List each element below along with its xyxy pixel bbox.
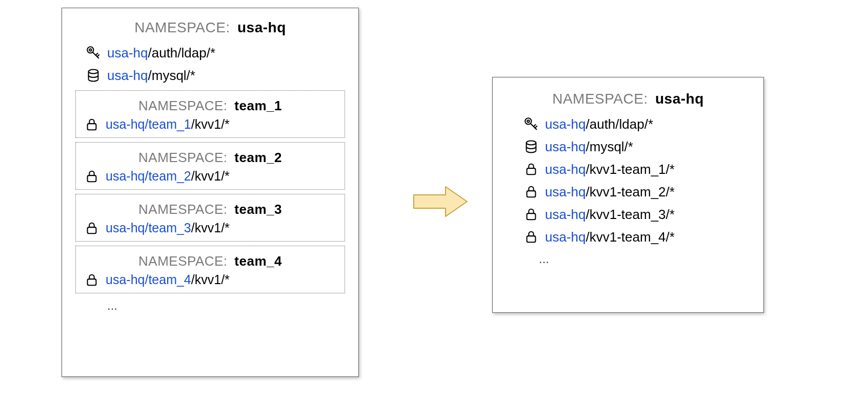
path-row: usa-hq /mysql/* bbox=[85, 68, 345, 83]
key-icon bbox=[522, 116, 540, 132]
svg-point-10 bbox=[527, 141, 536, 145]
namespace-name: usa-hq bbox=[237, 19, 286, 35]
namespace-title: NAMESPACE: usa-hq bbox=[75, 19, 345, 36]
path-rest: /mysql/* bbox=[586, 139, 633, 154]
namespace-title: NAMESPACE: team_1 bbox=[82, 98, 338, 114]
path-link: usa-hq/team_4 bbox=[106, 273, 191, 287]
svg-rect-4 bbox=[88, 175, 96, 182]
lock-icon bbox=[83, 221, 100, 236]
namespace-label: NAMESPACE: bbox=[134, 19, 230, 35]
svg-rect-11 bbox=[527, 168, 536, 174]
path-row: usa-hq/team_2 /kvv1/* bbox=[83, 169, 338, 184]
path-link: usa-hq/team_3 bbox=[106, 221, 191, 235]
path-rest: /kvv1/* bbox=[191, 169, 230, 184]
lock-icon bbox=[522, 162, 540, 177]
path-row: usa-hq/team_1 /kvv1/* bbox=[83, 117, 338, 132]
key-icon bbox=[85, 45, 102, 61]
namespace-title: NAMESPACE: usa-hq bbox=[507, 91, 749, 107]
lock-icon bbox=[522, 229, 540, 245]
svg-marker-7 bbox=[414, 187, 467, 216]
path-rest: /mysql/* bbox=[148, 68, 195, 83]
namespace-title: NAMESPACE: team_2 bbox=[82, 150, 338, 166]
lock-icon bbox=[83, 117, 100, 132]
svg-rect-14 bbox=[527, 236, 536, 242]
path-rest: /kvv1/* bbox=[191, 221, 230, 235]
lock-icon bbox=[83, 272, 100, 288]
svg-rect-3 bbox=[88, 124, 96, 130]
path-row: usa-hq /kvv1-team_3/* bbox=[522, 207, 749, 222]
lock-icon bbox=[83, 169, 100, 184]
path-link: usa-hq/team_1 bbox=[106, 117, 191, 132]
lock-icon bbox=[522, 207, 540, 222]
namespace-title: NAMESPACE: team_3 bbox=[82, 202, 338, 217]
svg-point-9 bbox=[527, 120, 529, 122]
svg-rect-12 bbox=[527, 191, 536, 197]
ellipsis: ... bbox=[539, 252, 749, 266]
ellipsis: ... bbox=[107, 298, 345, 313]
svg-rect-5 bbox=[88, 227, 96, 233]
sub-namespace: NAMESPACE: team_1 usa-hq/team_1 /kvv1/* bbox=[75, 90, 345, 138]
namespace-name: usa-hq bbox=[655, 91, 704, 107]
namespace-label: NAMESPACE: bbox=[138, 253, 228, 269]
path-rest: /auth/ldap/* bbox=[586, 117, 654, 132]
path-link: usa-hq bbox=[107, 46, 148, 61]
namespace-name: team_1 bbox=[234, 98, 282, 113]
path-row: usa-hq /kvv1-team_2/* bbox=[522, 184, 749, 200]
namespace-label: NAMESPACE: bbox=[138, 98, 228, 113]
path-rest: /kvv1-team_2/* bbox=[586, 185, 675, 200]
sub-namespace: NAMESPACE: team_3 usa-hq/team_3 /kvv1/* bbox=[75, 194, 345, 242]
database-icon bbox=[522, 139, 540, 154]
svg-rect-6 bbox=[88, 279, 96, 285]
path-rest: /kvv1-team_3/* bbox=[586, 207, 675, 222]
path-rest: /kvv1/* bbox=[191, 273, 230, 287]
path-row: usa-hq /mysql/* bbox=[522, 139, 749, 154]
lock-icon bbox=[522, 184, 540, 200]
path-row: usa-hq/team_4 /kvv1/* bbox=[83, 272, 338, 288]
path-rest: /kvv1-team_1/* bbox=[586, 162, 675, 177]
namespace-title: NAMESPACE: team_4 bbox=[82, 253, 338, 269]
path-link: usa-hq bbox=[545, 162, 586, 177]
database-icon bbox=[85, 68, 102, 83]
path-rest: /kvv1/* bbox=[191, 117, 230, 132]
namespace-name: team_2 bbox=[234, 150, 282, 165]
svg-rect-13 bbox=[527, 213, 536, 220]
namespace-label: NAMESPACE: bbox=[138, 150, 228, 165]
svg-point-1 bbox=[89, 49, 91, 51]
namespace-label: NAMESPACE: bbox=[138, 202, 228, 217]
path-link: usa-hq bbox=[545, 230, 586, 245]
path-rest: /auth/ldap/* bbox=[148, 46, 216, 61]
namespace-panel-before: NAMESPACE: usa-hq usa-hq /auth/ldap/* us… bbox=[62, 8, 359, 377]
sub-namespace: NAMESPACE: team_4 usa-hq/team_4 /kvv1/* bbox=[75, 246, 345, 293]
svg-point-2 bbox=[89, 70, 98, 74]
namespace-label: NAMESPACE: bbox=[552, 91, 648, 107]
path-link: usa-hq/team_2 bbox=[106, 169, 191, 184]
namespace-name: team_4 bbox=[234, 253, 282, 269]
path-row: usa-hq /auth/ldap/* bbox=[85, 45, 345, 61]
path-row: usa-hq /kvv1-team_4/* bbox=[522, 229, 749, 245]
path-link: usa-hq bbox=[107, 68, 148, 83]
path-link: usa-hq bbox=[545, 207, 586, 222]
path-rest: /kvv1-team_4/* bbox=[586, 230, 675, 245]
path-link: usa-hq bbox=[545, 117, 586, 132]
arrow-icon bbox=[413, 186, 469, 217]
namespace-panel-after: NAMESPACE: usa-hq usa-hq /auth/ldap/* us… bbox=[492, 77, 764, 313]
path-row: usa-hq /kvv1-team_1/* bbox=[522, 162, 749, 177]
path-row: usa-hq/team_3 /kvv1/* bbox=[83, 221, 338, 236]
path-row: usa-hq /auth/ldap/* bbox=[522, 116, 749, 132]
path-link: usa-hq bbox=[545, 185, 586, 200]
path-link: usa-hq bbox=[545, 139, 586, 154]
namespace-name: team_3 bbox=[234, 202, 282, 217]
sub-namespace: NAMESPACE: team_2 usa-hq/team_2 /kvv1/* bbox=[75, 142, 345, 190]
